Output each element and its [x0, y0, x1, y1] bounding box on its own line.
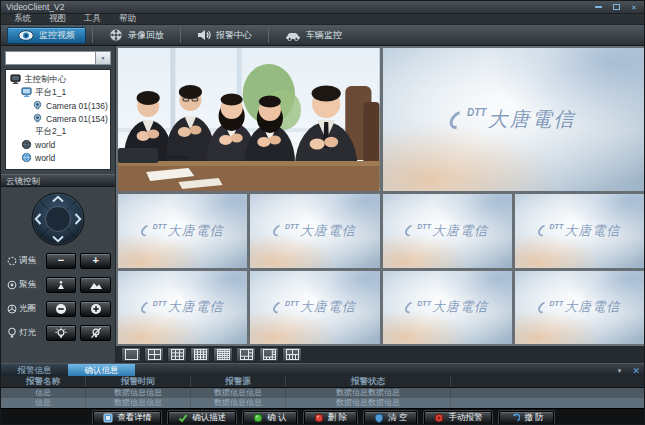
alarm-col-filler: [451, 376, 645, 387]
datang-watermark: DTT大唐電信: [250, 271, 379, 345]
menu-item-3[interactable]: 帮助: [110, 13, 145, 25]
alarm-close-icon[interactable]: ✕: [632, 366, 640, 376]
video-cell-7[interactable]: DTT大唐電信: [250, 271, 379, 345]
tree-item-label: world: [35, 140, 55, 150]
layout-9-button[interactable]: [167, 347, 187, 362]
layout-16-button[interactable]: [190, 347, 210, 362]
watermark-prefix: DTT: [153, 223, 167, 230]
video-cell-4[interactable]: DTT大唐電信: [383, 194, 512, 268]
button-label: 手动报警: [448, 412, 482, 424]
zoom-in-button[interactable]: +: [80, 253, 111, 269]
video-cell-5[interactable]: DTT大唐電信: [515, 194, 644, 268]
tab-playback[interactable]: 录像回放: [99, 27, 174, 44]
tree-item-label: Camera 01(136): [46, 101, 108, 111]
alarm-cell: [451, 398, 645, 408]
video-cell-6[interactable]: DTT大唐電信: [118, 271, 247, 345]
layout-toolbar: [116, 346, 645, 363]
layout-8-button[interactable]: [259, 347, 279, 362]
minimize-icon[interactable]: [591, 3, 605, 12]
eye-icon: [18, 30, 34, 41]
clear-button[interactable]: 清 空: [364, 411, 417, 425]
tree-item-6[interactable]: world: [6, 151, 110, 164]
watermark-prefix: DTT: [417, 223, 431, 230]
device-dropdown-input[interactable]: [5, 51, 96, 65]
tree-item-2[interactable]: Camera 01(136): [6, 99, 110, 112]
button-label: 确 认: [267, 412, 286, 424]
focus-far-button[interactable]: [80, 277, 111, 293]
tree-item-5[interactable]: world: [6, 138, 110, 151]
watermark-name: 大唐電信: [432, 222, 488, 240]
tree-item-label: 平台2_1: [35, 126, 66, 138]
alarm-col-0: 报警名称: [1, 376, 86, 387]
collapse-panel-icon[interactable]: ▼: [617, 368, 623, 374]
tree-item-3[interactable]: Camera 01(154): [6, 112, 110, 125]
tree-item-label: Camera 01(154): [46, 114, 108, 124]
crescent-icon: [139, 223, 154, 239]
iris-open-button[interactable]: [80, 301, 111, 317]
alarm-cell: 数据信息信息: [191, 388, 286, 398]
view-details-button[interactable]: 查看详情: [93, 411, 161, 425]
menu-item-1[interactable]: 视图: [40, 13, 75, 25]
tab-confirm-info[interactable]: 确认信息: [68, 364, 135, 376]
ptz-row-0: 调焦−+: [7, 252, 111, 270]
tab-vehicle-monitor[interactable]: 车辆监控: [275, 27, 352, 44]
crescent-icon: [403, 223, 418, 239]
alarm-table-body: 信息数据信息信息数据信息信息数据信息数据信息信息数据信息信息数据信息信息数据信息…: [1, 388, 645, 408]
layout-6-button[interactable]: [236, 347, 256, 362]
layout-25-button[interactable]: [213, 347, 233, 362]
tree-item-4[interactable]: 平台2_1: [6, 125, 110, 138]
toolbar-separator: [268, 28, 269, 43]
tab-alarm-center[interactable]: 报警中心: [187, 27, 262, 44]
alarm-cell: 信息: [1, 398, 86, 408]
meeting-photo: [118, 48, 380, 191]
alarm-button-bar: 查看详情确认描述确 认删 除清 空手动报警撤 防: [1, 408, 645, 425]
watermark-prefix: DTT: [285, 223, 299, 230]
tab-monitor-video[interactable]: 监控视频: [7, 27, 86, 44]
dpad-icon: [31, 192, 85, 246]
tab-alarm-info[interactable]: 报警信息: [1, 364, 68, 376]
toolbar-separator: [92, 28, 93, 43]
alarm-cell: 数据信息数据信息: [286, 388, 451, 398]
tree-item-1[interactable]: 平台1_1: [6, 86, 110, 99]
confirm-description-button[interactable]: 确认描述: [168, 411, 236, 425]
device-dropdown[interactable]: ▼: [5, 51, 111, 65]
zoom-out-button[interactable]: −: [46, 253, 77, 269]
window-title: VideoClient_V2: [6, 2, 64, 12]
close-icon[interactable]: ✕: [627, 3, 641, 12]
menu-item-2[interactable]: 工具: [75, 13, 110, 25]
datang-watermark: DTT大唐電信: [118, 194, 247, 268]
video-cell-1[interactable]: DTT大唐電信: [383, 48, 645, 191]
manual-alarm-button[interactable]: 手动报警: [424, 411, 492, 425]
delete-button[interactable]: 删 除: [304, 411, 357, 425]
menu-item-0[interactable]: 系统: [5, 13, 40, 25]
maximize-icon[interactable]: [609, 3, 623, 12]
tab-label: 监控视频: [39, 29, 75, 42]
alarm-cell: 数据信息信息: [86, 388, 191, 398]
crescent-icon: [139, 299, 154, 315]
video-cell-9[interactable]: DTT大唐電信: [515, 271, 644, 345]
video-cell-0[interactable]: [118, 48, 380, 191]
layout-1-button[interactable]: [121, 347, 141, 362]
video-cell-3[interactable]: DTT大唐電信: [250, 194, 379, 268]
tree-item-label: 平台1_1: [35, 87, 66, 99]
light-on-button[interactable]: [46, 325, 77, 341]
light-off-button[interactable]: [80, 325, 111, 341]
confirm-button[interactable]: 确 认: [243, 411, 296, 425]
window-controls: ✕: [591, 3, 641, 12]
iris-close-button[interactable]: [46, 301, 77, 317]
ptz-dpad[interactable]: [31, 192, 85, 246]
video-cell-8[interactable]: DTT大唐電信: [383, 271, 512, 345]
alarm-row-1[interactable]: 信息数据信息信息数据信息信息数据信息数据信息: [1, 398, 645, 408]
tree-item-0[interactable]: 主控制中心: [6, 73, 110, 86]
video-grid: DTT大唐電信DTT大唐電信DTT大唐電信DTT大唐電信DTT大唐電信DTT大唐…: [116, 46, 645, 346]
alarm-row-0[interactable]: 信息数据信息信息数据信息信息数据信息数据信息: [1, 388, 645, 398]
alarm-col-3: 报警状态: [286, 376, 451, 387]
button-label: 撤 防: [524, 412, 543, 424]
alarm-cell: [451, 388, 645, 398]
layout-10-button[interactable]: [282, 347, 302, 362]
dropdown-arrow-icon[interactable]: ▼: [96, 51, 111, 65]
layout-4-button[interactable]: [144, 347, 164, 362]
disarm-button[interactable]: 撤 防: [499, 411, 553, 425]
focus-near-button[interactable]: [46, 277, 77, 293]
video-cell-2[interactable]: DTT大唐電信: [118, 194, 247, 268]
